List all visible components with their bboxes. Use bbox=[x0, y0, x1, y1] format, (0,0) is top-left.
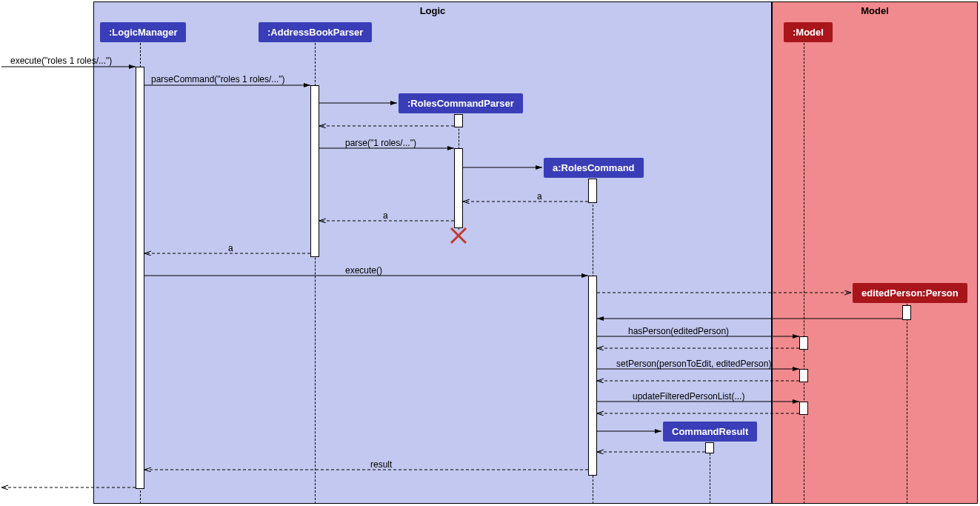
activation-edited-person bbox=[902, 305, 911, 320]
frame-model-label: Model bbox=[861, 5, 889, 16]
participant-edited-person: editedPerson:Person bbox=[853, 283, 967, 303]
participant-logic-manager: :LogicManager bbox=[100, 22, 186, 42]
participant-roles-command: a:RolesCommand bbox=[544, 158, 644, 178]
msg-parse: parse("1 roles/...") bbox=[345, 138, 416, 148]
msg-has-person: hasPerson(editedPerson) bbox=[628, 326, 729, 336]
activation-rcp-2 bbox=[454, 148, 463, 228]
frame-logic-label: Logic bbox=[420, 5, 446, 16]
activation-model-1 bbox=[799, 336, 808, 350]
msg-return-a-1: a bbox=[537, 191, 542, 202]
msg-result: result bbox=[370, 459, 392, 470]
participant-command-result: CommandResult bbox=[663, 422, 757, 442]
activation-model-2 bbox=[799, 369, 808, 382]
activation-address-book-parser bbox=[310, 85, 319, 257]
msg-set-person: setPerson(personToEdit, editedPerson) bbox=[616, 359, 771, 369]
participant-model: :Model bbox=[784, 22, 833, 42]
participant-roles-command-parser: :RolesCommandParser bbox=[399, 93, 523, 113]
participant-address-book-parser: :AddressBookParser bbox=[259, 22, 372, 42]
activation-command-result bbox=[705, 442, 714, 453]
activation-roles-command-1 bbox=[588, 179, 597, 203]
msg-return-a-3: a bbox=[228, 243, 233, 253]
activation-logic-manager bbox=[136, 67, 144, 489]
lifeline-model bbox=[804, 43, 804, 504]
lifeline-edited-person bbox=[907, 304, 907, 504]
activation-model-3 bbox=[799, 402, 808, 415]
msg-execute-in: execute("roles 1 roles/...") bbox=[10, 56, 112, 66]
msg-execute: execute() bbox=[345, 265, 382, 276]
msg-return-a-2: a bbox=[383, 210, 388, 221]
msg-update-filtered: updateFilteredPersonList(...) bbox=[633, 391, 744, 402]
frame-model: Model bbox=[772, 1, 978, 504]
activation-roles-command-2 bbox=[588, 276, 597, 476]
msg-parse-command: parseCommand("roles 1 roles/...") bbox=[151, 74, 285, 84]
activation-rcp-1 bbox=[454, 114, 463, 127]
